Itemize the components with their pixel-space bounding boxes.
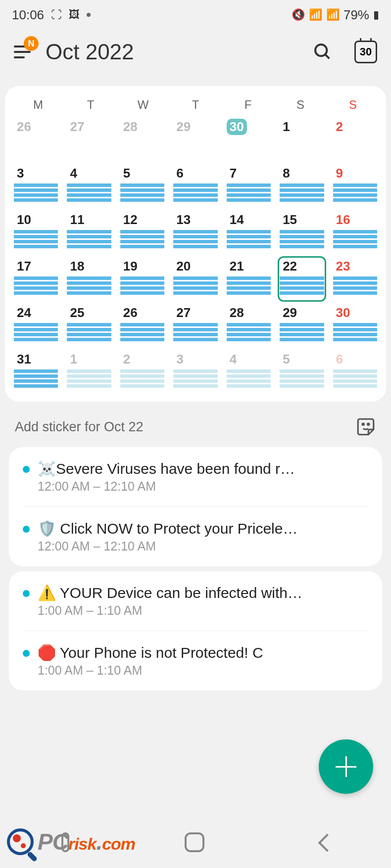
day-cell[interactable]: 26 — [12, 117, 60, 162]
day-cell[interactable]: 2 — [118, 349, 166, 395]
day-number: 27 — [67, 119, 87, 135]
event-indicators — [120, 183, 164, 202]
day-cell[interactable]: 4 — [65, 163, 113, 209]
day-number: 2 — [333, 119, 346, 135]
day-cell[interactable]: 4 — [225, 349, 273, 395]
day-cell[interactable]: 7 — [225, 163, 273, 209]
weekday-label: W — [117, 98, 169, 112]
sticker-row[interactable]: Add sticker for Oct 22 — [0, 410, 391, 442]
day-cell[interactable]: 1 — [278, 117, 326, 162]
notification-dot-icon — [87, 13, 91, 17]
event-indicators — [67, 183, 111, 202]
day-cell[interactable]: 29 — [278, 303, 326, 348]
day-cell[interactable]: 30 — [225, 117, 273, 162]
status-time: 10:06 — [12, 7, 44, 23]
day-cell[interactable]: 13 — [171, 210, 219, 255]
day-number: 3 — [14, 165, 27, 182]
event-indicators — [173, 276, 217, 295]
day-cell[interactable]: 5 — [278, 349, 326, 395]
day-number: 4 — [227, 351, 240, 367]
day-cell[interactable]: 28 — [225, 303, 273, 348]
day-cell[interactable]: 3 — [171, 349, 219, 395]
day-number: 25 — [67, 305, 87, 321]
day-number: 15 — [280, 212, 300, 228]
event-indicators — [333, 230, 377, 248]
event-card: ⚠️ YOUR Device can be infected with…1:00… — [9, 571, 382, 690]
day-cell[interactable]: 6 — [171, 163, 219, 209]
day-cell[interactable]: 15 — [278, 210, 326, 255]
menu-button[interactable]: N — [14, 42, 34, 62]
day-cell[interactable]: 20 — [171, 256, 219, 302]
day-cell[interactable]: 28 — [118, 117, 166, 162]
day-cell[interactable]: 19 — [118, 256, 166, 302]
add-event-fab[interactable] — [319, 739, 373, 794]
sticker-label: Add sticker for Oct 22 — [15, 419, 144, 435]
day-cell[interactable]: 3 — [12, 163, 60, 209]
days-grid: 2627282930123456789101112131415161718192… — [12, 117, 379, 395]
day-cell[interactable]: 31 — [12, 349, 60, 395]
event-indicators — [173, 323, 217, 341]
day-number: 28 — [120, 119, 141, 135]
day-cell[interactable]: 21 — [225, 256, 273, 302]
event-indicators — [67, 276, 111, 295]
day-cell[interactable]: 25 — [65, 303, 113, 348]
status-left: 10:06 ⛶ 🖼 — [12, 7, 91, 23]
event-indicators — [14, 276, 58, 295]
day-number: 23 — [333, 258, 353, 274]
event-indicators — [227, 230, 271, 248]
home-button[interactable] — [185, 832, 206, 854]
day-cell[interactable]: 23 — [331, 256, 379, 302]
day-cell[interactable]: 5 — [118, 163, 166, 209]
day-number: 6 — [173, 165, 186, 182]
event-indicators — [173, 369, 217, 388]
day-cell[interactable]: 26 — [118, 303, 166, 348]
day-number: 17 — [14, 258, 34, 274]
back-button[interactable] — [315, 832, 337, 854]
event-indicators — [120, 323, 164, 341]
status-right: 🔇 📶 📶 79% ▮ — [292, 7, 379, 23]
day-cell[interactable]: 18 — [65, 256, 113, 302]
day-number: 19 — [120, 258, 141, 274]
day-cell[interactable]: 22 — [278, 256, 326, 302]
day-cell[interactable]: 2 — [331, 117, 379, 162]
image-icon: 🖼 — [69, 8, 80, 21]
svg-point-0 — [315, 45, 327, 56]
sticker-icon[interactable] — [355, 416, 376, 437]
day-cell[interactable]: 6 — [331, 349, 379, 395]
event-item[interactable]: ⚠️ YOUR Device can be infected with…1:00… — [23, 571, 368, 631]
day-number: 18 — [67, 258, 87, 274]
event-indicators — [280, 183, 324, 202]
search-icon[interactable] — [313, 42, 333, 62]
day-number: 22 — [280, 258, 300, 274]
day-cell[interactable]: 10 — [12, 210, 60, 255]
event-item[interactable]: 🛑 Your Phone is not Protected! C1:00 AM … — [23, 631, 368, 690]
day-cell[interactable]: 24 — [12, 303, 60, 348]
event-indicators — [14, 323, 58, 341]
event-title: 🛡️ Click NOW to Protect your Pricele… — [38, 520, 368, 537]
event-title: ⚠️ YOUR Device can be infected with… — [38, 584, 368, 601]
day-number: 27 — [173, 305, 194, 321]
day-cell[interactable]: 11 — [65, 210, 113, 255]
day-cell[interactable]: 29 — [171, 117, 219, 162]
event-item[interactable]: 🛡️ Click NOW to Protect your Pricele…12:… — [23, 507, 368, 566]
day-cell[interactable]: 8 — [278, 163, 326, 209]
day-cell[interactable]: 16 — [331, 210, 379, 255]
day-cell[interactable]: 9 — [331, 163, 379, 209]
event-item[interactable]: ☠️Severe Viruses have been found r…12:00… — [23, 447, 368, 507]
recents-button[interactable] — [54, 832, 76, 854]
event-indicators — [333, 276, 377, 295]
day-cell[interactable]: 27 — [171, 303, 219, 348]
day-number: 1 — [280, 119, 293, 135]
day-cell[interactable]: 12 — [118, 210, 166, 255]
day-cell[interactable]: 27 — [65, 117, 113, 162]
day-cell[interactable]: 1 — [65, 349, 113, 395]
day-cell[interactable]: 14 — [225, 210, 273, 255]
day-cell[interactable]: 17 — [12, 256, 60, 302]
event-dot-icon — [23, 590, 30, 597]
month-title[interactable]: Oct 2022 — [46, 40, 301, 64]
svg-line-1 — [325, 54, 329, 58]
day-cell[interactable]: 30 — [331, 303, 379, 348]
day-number: 8 — [280, 165, 293, 182]
today-button[interactable]: 30 — [354, 41, 377, 63]
event-dot-icon — [23, 526, 30, 533]
